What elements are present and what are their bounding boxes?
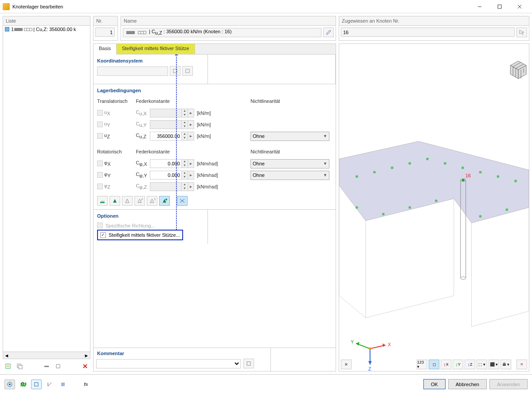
nonlin-phiy-select[interactable]: Ohne▼ xyxy=(250,171,329,180)
svg-point-47 xyxy=(479,171,482,173)
col-nonlinearity: Nichtlinearität xyxy=(250,96,332,107)
preview-tool-button[interactable]: ⤧ xyxy=(341,360,352,369)
number-panel: Nr. xyxy=(93,16,118,41)
support-type-button[interactable]: Y xyxy=(147,196,157,206)
svg-point-46 xyxy=(462,166,464,169)
support-symbol-icon xyxy=(138,31,146,34)
more-button[interactable]: ▸ xyxy=(188,132,194,141)
option-stiffness-label[interactable]: Steifigkeit mittels fiktiver Stütze... xyxy=(109,232,180,238)
svg-point-51 xyxy=(382,213,385,215)
svg-point-52 xyxy=(408,206,411,209)
svg-text:X: X xyxy=(387,342,391,347)
spring-uz-input[interactable] xyxy=(150,132,182,141)
option-stiffness-highlight: Steifigkeit mittels fiktiver Stütze... xyxy=(97,230,183,240)
checkbox-phiy[interactable] xyxy=(97,172,103,178)
spring-phiy-input[interactable] xyxy=(150,171,182,180)
checkbox-ux[interactable] xyxy=(97,110,103,116)
assign-panel: Zugewiesen an Knoten Nr. xyxy=(339,16,529,41)
preview-3d[interactable]: 16 X Y Z ⤧ 123 ▾ ◻ ↕X ↕Y xyxy=(339,43,529,372)
checkbox-uy[interactable] xyxy=(97,121,103,127)
nonlin-uz-select[interactable]: Ohne▼ xyxy=(250,132,329,141)
bottom-tool-button[interactable] xyxy=(44,379,55,389)
comment-title: Kommentar xyxy=(94,348,270,356)
preview-tool-button[interactable]: 🖶 ▾ xyxy=(501,360,511,369)
coord-button[interactable] xyxy=(182,66,193,76)
tab-stiffness[interactable]: Steifigkeit mittels fiktiver Stütze xyxy=(117,44,195,54)
nonlin-phix-select[interactable]: Ohne▼ xyxy=(250,159,329,168)
tabs: Basis Steifigkeit mittels fiktiver Stütz… xyxy=(94,44,336,55)
list-item-label: | C xyxy=(33,27,39,32)
tool-button[interactable] xyxy=(53,361,63,371)
support-title: Lagerbedingungen xyxy=(97,88,332,93)
support-type-button[interactable] xyxy=(110,196,120,206)
preview-tool-button[interactable]: ◻ xyxy=(429,360,439,369)
number-input[interactable] xyxy=(95,27,115,37)
support-custom-button[interactable] xyxy=(177,196,188,206)
support-type-button[interactable] xyxy=(97,196,108,206)
preview-tool-button[interactable]: 123 ▾ xyxy=(417,360,427,369)
support-type-button[interactable] xyxy=(159,196,170,206)
checkbox-phiz[interactable] xyxy=(97,184,103,189)
coord-button[interactable] xyxy=(170,66,180,76)
ok-button[interactable]: OK xyxy=(423,379,446,389)
tool-button[interactable] xyxy=(41,361,52,371)
svg-rect-78 xyxy=(61,383,65,386)
svg-text:0,00: 0,00 xyxy=(21,381,26,387)
formula-button[interactable]: f≡ xyxy=(81,379,91,389)
list-item-color-icon xyxy=(5,27,9,31)
units-button[interactable]: 0,00 xyxy=(18,379,28,389)
svg-point-72 xyxy=(9,383,11,385)
edit-name-button[interactable] xyxy=(323,27,334,37)
new-button[interactable] xyxy=(3,361,13,371)
support-type-button[interactable]: X xyxy=(134,196,145,206)
spring-phiz-input xyxy=(150,182,182,191)
list-item-num: 1 xyxy=(11,27,14,32)
preview-tool-button[interactable]: ↕X xyxy=(441,360,451,369)
spin-buttons[interactable]: ▲▼ xyxy=(182,132,188,141)
close-button[interactable] xyxy=(509,0,529,13)
cancel-button[interactable]: Abbrechen xyxy=(448,379,487,389)
svg-marker-62 xyxy=(383,344,386,347)
row-phiy: φY Cφ,Y ▲▼▸ [kNm/rad] Ohne▼ xyxy=(97,169,332,181)
svg-rect-14 xyxy=(186,69,189,73)
list-item[interactable]: 1 | Cu,Z : 356000.00 k xyxy=(3,26,90,33)
maximize-button[interactable] xyxy=(489,0,509,13)
preview-tool-button[interactable]: ⬚ ▾ xyxy=(477,360,487,369)
spring-phix-input[interactable] xyxy=(150,159,182,168)
checkbox-phix[interactable] xyxy=(97,160,103,166)
coord-title: Koordinatensystem xyxy=(97,58,204,63)
svg-line-76 xyxy=(48,383,51,386)
support-type-button[interactable] xyxy=(122,196,133,206)
bottom-tool-button[interactable] xyxy=(31,379,42,389)
preview-tool-button[interactable]: ⬛ ▾ xyxy=(489,360,499,369)
svg-point-54 xyxy=(479,215,482,218)
checkbox-specific xyxy=(97,223,103,228)
checkbox-stiffness[interactable] xyxy=(100,232,106,238)
svg-point-45 xyxy=(444,162,446,164)
apply-button[interactable]: Anwenden xyxy=(489,379,528,389)
bottom-tool-button[interactable] xyxy=(58,379,68,389)
svg-rect-8 xyxy=(19,365,22,369)
svg-point-70 xyxy=(369,348,372,350)
name-header: Name xyxy=(121,16,336,26)
svg-point-60 xyxy=(462,179,465,181)
row-ux: uX Cu,X ▲▼▸ [kN/m] xyxy=(97,107,332,119)
pick-nodes-button[interactable] xyxy=(516,27,527,37)
tab-basis[interactable]: Basis xyxy=(94,44,117,55)
preview-tool-button[interactable]: ↕Y xyxy=(453,360,463,369)
preview-reset-button[interactable]: ✕ xyxy=(516,360,527,369)
row-uy: uY Cu,Y ▲▼▸ [kN/m] xyxy=(97,119,332,130)
help-button[interactable] xyxy=(4,379,15,389)
assign-header: Zugewiesen an Knoten Nr. xyxy=(339,16,529,26)
minimize-button[interactable] xyxy=(469,0,489,13)
delete-button[interactable] xyxy=(80,361,90,371)
checkbox-uz[interactable] xyxy=(97,133,103,139)
col-translational: Translatorisch xyxy=(97,96,136,107)
preview-tool-button[interactable]: ↕Z xyxy=(465,360,475,369)
col-rotational: Rotatorisch xyxy=(97,146,136,158)
list-hscroll[interactable]: ◄► xyxy=(3,352,90,359)
assign-input[interactable] xyxy=(341,27,515,37)
copy-button[interactable] xyxy=(14,361,25,371)
comment-library-button[interactable] xyxy=(243,359,254,368)
comment-select[interactable] xyxy=(96,359,241,368)
